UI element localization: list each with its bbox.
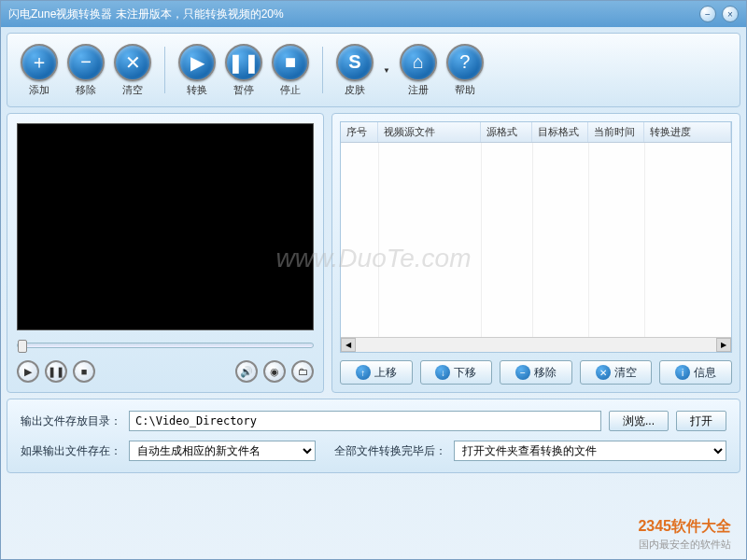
exists-label: 如果输出文件存在： xyxy=(21,443,121,459)
grid-header: 序号 视频源文件 源格式 目标格式 当前时间 转换进度 xyxy=(341,122,731,143)
x-icon: ✕ xyxy=(114,44,151,81)
col-index[interactable]: 序号 xyxy=(341,122,378,142)
col-source[interactable]: 视频源文件 xyxy=(378,122,481,142)
down-icon: ↓ xyxy=(435,365,450,380)
pause-button[interactable]: ❚❚暂停 xyxy=(221,42,266,99)
window-title: 闪电Zune视频转换器 未注册版本，只能转换视频的20% xyxy=(8,7,699,22)
seek-slider[interactable] xyxy=(17,336,314,355)
minus-icon: − xyxy=(67,44,105,81)
movedown-button[interactable]: ↓下移 xyxy=(420,360,493,385)
folder-button[interactable]: 🗀 xyxy=(291,360,314,383)
preview-play-button[interactable]: ▶ xyxy=(17,360,39,383)
site-logo: 2345软件大全 xyxy=(638,517,731,537)
horizontal-scrollbar[interactable]: ◀ ▶ xyxy=(341,337,731,352)
list-remove-button[interactable]: −移除 xyxy=(500,360,572,385)
preview-pause-button[interactable]: ❚❚ xyxy=(45,360,67,383)
after-select[interactable]: 打开文件夹查看转换的文件 xyxy=(454,441,726,461)
x-icon: ✕ xyxy=(596,365,611,380)
file-list-panel: 序号 视频源文件 源格式 目标格式 当前时间 转换进度 ◀ xyxy=(331,113,740,393)
scroll-left-icon[interactable]: ◀ xyxy=(341,338,356,352)
preview-stop-button[interactable]: ■ xyxy=(73,360,95,383)
skin-button[interactable]: S皮肤 xyxy=(332,42,377,99)
plus-icon: ＋ xyxy=(21,44,58,81)
info-icon: i xyxy=(675,365,690,380)
col-srcfmt[interactable]: 源格式 xyxy=(481,122,532,142)
remove-button[interactable]: −移除 xyxy=(63,42,108,99)
video-preview xyxy=(17,123,314,330)
list-buttons: ↑上移 ↓下移 −移除 ✕清空 i信息 xyxy=(340,360,732,385)
pause-icon: ❚❚ xyxy=(225,44,262,81)
home-icon: ⌂ xyxy=(400,44,437,81)
stop-icon: ■ xyxy=(272,44,309,81)
col-progress[interactable]: 转换进度 xyxy=(644,122,731,142)
window-buttons: − × xyxy=(699,6,739,22)
register-button[interactable]: ⌂注册 xyxy=(396,42,441,99)
skin-dropdown-icon[interactable]: ▼ xyxy=(379,66,394,75)
main-window: 闪电Zune视频转换器 未注册版本，只能转换视频的20% − × ＋添加 −移除… xyxy=(0,0,747,560)
help-button[interactable]: ?帮助 xyxy=(443,42,487,99)
middle-row: ▶ ❚❚ ■ 🔊 ◉ 🗀 序号 视频源文件 源格式 目标格式 当前时间 xyxy=(7,113,740,393)
open-button[interactable]: 打开 xyxy=(676,411,726,431)
stop-button[interactable]: ■停止 xyxy=(268,42,313,99)
moveup-button[interactable]: ↑上移 xyxy=(340,360,413,385)
add-button[interactable]: ＋添加 xyxy=(17,42,62,99)
exists-select[interactable]: 自动生成相应的新文件名 xyxy=(129,441,316,461)
main-toolbar: ＋添加 −移除 ✕清空 ▶转换 ❚❚暂停 ■停止 S皮肤 ▼ ⌂注册 ?帮助 xyxy=(7,33,740,107)
separator xyxy=(322,47,323,93)
help-icon: ? xyxy=(446,44,484,81)
scroll-right-icon[interactable]: ▶ xyxy=(716,338,731,352)
file-grid: 序号 视频源文件 源格式 目标格式 当前时间 转换进度 ◀ xyxy=(340,121,732,353)
info-button[interactable]: i信息 xyxy=(659,360,732,385)
after-label: 全部文件转换完毕后： xyxy=(334,443,446,459)
preview-panel: ▶ ❚❚ ■ 🔊 ◉ 🗀 xyxy=(7,113,324,393)
col-time[interactable]: 当前时间 xyxy=(588,122,644,142)
output-dir-input[interactable] xyxy=(129,411,601,431)
clear-button[interactable]: ✕清空 xyxy=(110,42,155,99)
minus-icon: − xyxy=(515,365,530,380)
snapshot-button[interactable]: ◉ xyxy=(263,360,286,383)
close-button[interactable]: × xyxy=(722,6,739,22)
grid-body[interactable] xyxy=(341,143,731,337)
slider-thumb[interactable] xyxy=(18,340,27,353)
skin-icon: S xyxy=(336,44,374,81)
volume-button[interactable]: 🔊 xyxy=(235,360,258,383)
browse-button[interactable]: 浏览... xyxy=(609,411,669,431)
separator xyxy=(164,47,165,93)
play-icon: ▶ xyxy=(178,44,216,81)
output-settings: 输出文件存放目录： 浏览... 打开 如果输出文件存在： 自动生成相应的新文件名… xyxy=(7,399,740,473)
preview-controls: ▶ ❚❚ ■ 🔊 ◉ 🗀 xyxy=(17,360,314,383)
footer-text: 国内最安全的软件站 xyxy=(639,538,731,552)
output-dir-label: 输出文件存放目录： xyxy=(21,413,121,429)
titlebar: 闪电Zune视频转换器 未注册版本，只能转换视频的20% − × xyxy=(1,1,746,27)
minimize-button[interactable]: − xyxy=(699,6,716,22)
convert-button[interactable]: ▶转换 xyxy=(175,42,219,99)
up-icon: ↑ xyxy=(356,365,371,380)
list-clear-button[interactable]: ✕清空 xyxy=(580,360,653,385)
col-dstfmt[interactable]: 目标格式 xyxy=(532,122,588,142)
